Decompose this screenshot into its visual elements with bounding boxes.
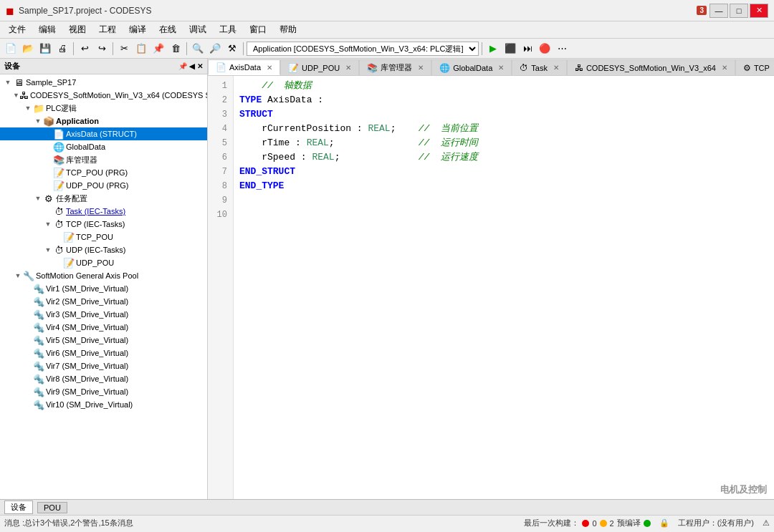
tab-close-udp_pou[interactable]: ✕ xyxy=(345,64,351,72)
tab-task[interactable]: ⏱Task✕ xyxy=(512,59,567,75)
tree-item-tcp_pou2[interactable]: 📝TCP_POU xyxy=(0,231,207,243)
copy-button[interactable]: 📋 xyxy=(133,41,149,57)
find2-button[interactable]: 🔎 xyxy=(207,41,223,57)
save-button[interactable]: 💾 xyxy=(37,41,53,57)
tab-udp_pou[interactable]: 📝UDP_POU✕ xyxy=(280,59,359,75)
tree-item-vir4[interactable]: 🔩Vir4 (SM_Drive_Virtual) xyxy=(0,321,207,334)
tree-icon-codesys: 🖧 xyxy=(19,90,29,101)
sidebar-pin-button[interactable]: 📌 xyxy=(178,62,187,70)
tree-item-vir1[interactable]: 🔩Vir1 (SM_Drive_Virtual) xyxy=(0,282,207,295)
tab-tcp[interactable]: ⚙TCP✕ xyxy=(735,59,774,75)
tree-item-vir10[interactable]: 🔩Vir10 (SM_Drive_Virtual) xyxy=(0,398,207,411)
tab-axisdata[interactable]: 📄AxisData✕ xyxy=(208,59,280,75)
tree-toggle-sample[interactable]: ▼ xyxy=(3,79,13,86)
tree-toggle-sm_pool[interactable]: ▼ xyxy=(13,272,23,279)
tree-item-udp_pou2[interactable]: 📝UDP_POU xyxy=(0,256,207,269)
line-num-6: 6 xyxy=(208,150,230,165)
redo-button[interactable]: ↪ xyxy=(94,41,110,57)
code-line-9: END_STRUCT xyxy=(239,165,774,179)
context-dropdown[interactable]: Application [CODESYS_SoftMotion_Win_V3_x… xyxy=(247,42,479,56)
close-button[interactable]: ✕ xyxy=(750,4,768,18)
tree-toggle-task_cfg[interactable]: ▼ xyxy=(33,195,43,202)
sidebar-auto-hide-button[interactable]: ◀ xyxy=(189,62,195,70)
tab-close-task[interactable]: ✕ xyxy=(553,64,559,72)
device-tab-button[interactable]: 设备 xyxy=(4,500,33,514)
step-button[interactable]: ⏭ xyxy=(520,41,535,57)
tree-icon-vir7: 🔩 xyxy=(33,360,44,372)
menu-item-帮助[interactable]: 帮助 xyxy=(274,22,302,37)
maximize-button[interactable]: □ xyxy=(730,4,748,18)
tree-item-vir5[interactable]: 🔩Vir5 (SM_Drive_Virtual) xyxy=(0,334,207,347)
tab-globaldata[interactable]: 🌐GlobalData✕ xyxy=(431,59,512,75)
tree-item-vir2[interactable]: 🔩Vir2 (SM_Drive_Virtual) xyxy=(0,295,207,308)
tree-item-libmgr[interactable]: 📚库管理器 xyxy=(0,153,207,166)
menu-item-调试[interactable]: 调试 xyxy=(183,22,212,37)
undo-button[interactable]: ↩ xyxy=(77,41,92,57)
tab-close-globaldata[interactable]: ✕ xyxy=(498,64,504,72)
tree-label-vir7: Vir7 (SM_Drive_Virtual) xyxy=(46,362,128,370)
window-controls: — □ ✕ xyxy=(710,4,768,18)
find-button[interactable]: 🔍 xyxy=(190,41,206,57)
stop-button[interactable]: ⬛ xyxy=(502,41,518,57)
tree-item-sm_pool[interactable]: ▼🔧SoftMotion General Axis Pool xyxy=(0,269,207,282)
tab-close-libmgr[interactable]: ✕ xyxy=(418,64,424,72)
tree-label-app: Application xyxy=(56,117,99,125)
delete-button[interactable]: 🗑 xyxy=(168,41,183,57)
menu-item-工具[interactable]: 工具 xyxy=(214,22,242,37)
tree-item-app[interactable]: ▼📦Application xyxy=(0,115,207,127)
menu-item-工程[interactable]: 工程 xyxy=(93,22,122,37)
minimize-button[interactable]: — xyxy=(710,4,728,18)
tree-toggle-codesys[interactable]: ▼ xyxy=(13,92,19,99)
error-count: 0 xyxy=(592,519,596,528)
tree-item-vir9[interactable]: 🔩Vir9 (SM_Drive_Virtual) xyxy=(0,385,207,398)
tree-label-vir3: Vir3 (SM_Drive_Virtual) xyxy=(46,310,128,319)
tree-item-codesys[interactable]: ▼🖧CODESYS_SoftMotion_Win_V3_x64 (CODESYS… xyxy=(0,89,207,102)
tree-toggle-udp[interactable]: ▼ xyxy=(43,246,53,253)
tree-toggle-app[interactable]: ▼ xyxy=(33,117,43,125)
tab-codesys_sm[interactable]: 🖧CODESYS_SoftMotion_Win_V3_x64✕ xyxy=(567,59,735,75)
user-label: 工程用户：(没有用户) xyxy=(678,518,754,528)
tree-item-vir3[interactable]: 🔩Vir3 (SM_Drive_Virtual) xyxy=(0,308,207,321)
tree-item-vir8[interactable]: 🔩Vir8 (SM_Drive_Virtual) xyxy=(0,372,207,385)
tree-item-vir7[interactable]: 🔩Vir7 (SM_Drive_Virtual) xyxy=(0,359,207,372)
tree-item-globaldata[interactable]: 🌐GlobalData xyxy=(0,140,207,153)
tab-close-codesys_sm[interactable]: ✕ xyxy=(722,64,727,72)
new-button[interactable]: 📄 xyxy=(3,41,19,57)
code-line-4: STRUCT xyxy=(239,107,774,122)
sidebar-close-button[interactable]: ✕ xyxy=(197,62,203,70)
tree-item-task_cfg[interactable]: ▼⚙任务配置 xyxy=(0,192,207,205)
run-button[interactable]: ▶ xyxy=(485,41,501,57)
more-button[interactable]: ⋯ xyxy=(554,41,570,57)
tab-icon-axisdata: 📄 xyxy=(216,62,226,72)
tree-toggle-plc[interactable]: ▼ xyxy=(23,105,33,112)
menu-item-窗口[interactable]: 窗口 xyxy=(244,22,272,37)
menu-item-视图[interactable]: 视图 xyxy=(63,22,92,37)
tree-item-tcp_pou[interactable]: 📝TCP_POU (PRG) xyxy=(0,166,207,179)
tree-item-task[interactable]: ⏱Task (IEC-Tasks) xyxy=(0,205,207,218)
sidebar-header: 设备 📌 ◀ ✕ xyxy=(0,59,207,74)
tab-close-axisdata[interactable]: ✕ xyxy=(267,64,272,72)
cut-button[interactable]: ✂ xyxy=(116,41,132,57)
menu-item-编辑[interactable]: 编辑 xyxy=(33,22,62,37)
paste-button[interactable]: 📌 xyxy=(150,41,166,57)
menu-item-编译[interactable]: 编译 xyxy=(123,22,152,37)
code-content[interactable]: // 轴数据TYPE AxisData :STRUCT rCurrentPosi… xyxy=(234,76,774,499)
tree-item-plc[interactable]: ▼📁PLC逻辑 xyxy=(0,102,207,115)
tree-item-udp_pou[interactable]: 📝UDP_POU (PRG) xyxy=(0,179,207,192)
menu-item-文件[interactable]: 文件 xyxy=(3,22,32,37)
tree-item-sample[interactable]: ▼🖥Sample_SP17 xyxy=(0,76,207,89)
tree-toggle-tcp[interactable]: ▼ xyxy=(43,221,53,228)
tab-libmgr[interactable]: 📚库管理器✕ xyxy=(359,59,431,75)
open-button[interactable]: 📂 xyxy=(20,41,36,57)
menu-item-在线[interactable]: 在线 xyxy=(153,22,182,37)
title-area: ◼ Sample_SP17.project - CODESYS xyxy=(6,5,151,16)
tree-item-tcp[interactable]: ▼⏱TCP (IEC-Tasks) xyxy=(0,218,207,231)
print-button[interactable]: 🖨 xyxy=(54,41,70,57)
tree-item-axisdata[interactable]: 📄AxisData (STRUCT) xyxy=(0,127,207,140)
tree-item-udp[interactable]: ▼⏱UDP (IEC-Tasks) xyxy=(0,243,207,256)
build-button[interactable]: ⚒ xyxy=(224,41,240,57)
pou-tab-button[interactable]: POU xyxy=(37,502,67,513)
tree-item-vir6[interactable]: 🔩Vir6 (SM_Drive_Virtual) xyxy=(0,347,207,359)
tree-label-task: Task (IEC-Tasks) xyxy=(66,207,125,216)
bp-button[interactable]: 🔴 xyxy=(537,41,553,57)
